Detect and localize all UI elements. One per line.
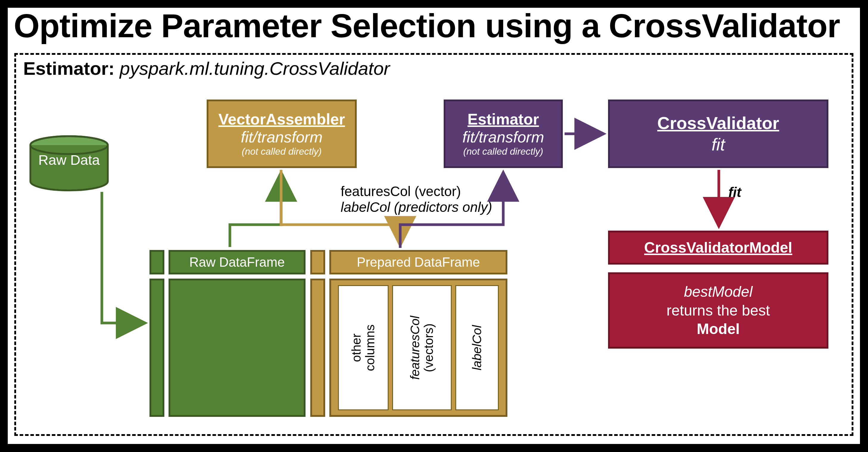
vector-assembler-note: (not called directly) (242, 146, 322, 157)
cross-validator-model-box: CrossValidatorModel (608, 231, 828, 265)
prep-col-features-label: featuresCol (vectors) (408, 316, 436, 380)
arrow-rawdata-to-rawdf (102, 192, 145, 323)
prep-col-other: other columns (338, 285, 389, 410)
raw-data-label: Raw Data (29, 152, 110, 168)
raw-data-cylinder: Raw Data (29, 135, 110, 191)
best-model-box: bestModel returns the best Model (608, 272, 828, 349)
fit-arrow-label: fit (728, 184, 741, 200)
prep-col-label: labelCol (455, 285, 499, 410)
prep-col-label-label: labelCol (470, 325, 484, 370)
estimator-title: Estimator (467, 111, 539, 128)
estimator-action: fit/transform (462, 128, 544, 146)
estimator-header: Estimator: pyspark.ml.tuning.CrossValida… (23, 58, 390, 79)
raw-dataframe: Raw DataFrame (150, 250, 306, 417)
features-label-text: featuresCol (vector) labelCol (predictor… (341, 184, 609, 215)
vector-assembler-title: VectorAssembler (219, 111, 345, 128)
raw-df-body (168, 279, 306, 417)
vector-assembler-box: VectorAssembler fit/transform (not calle… (207, 99, 357, 168)
estimator-note: (not called directly) (463, 146, 544, 157)
prep-df-side (310, 279, 325, 417)
arrow-rawdf-to-vectorassembler (230, 172, 281, 247)
best-model-line1: bestModel (684, 283, 753, 300)
features-col-line: featuresCol (vector) (341, 184, 609, 199)
label-col-line: labelCol (predictors only) (341, 199, 609, 215)
raw-df-side (150, 279, 164, 417)
prep-col-other-label: other columns (349, 325, 377, 371)
prep-col-features: featuresCol (vectors) (392, 285, 452, 410)
estimator-box: Estimator fit/transform (not called dire… (444, 99, 563, 168)
estimator-label-value: pyspark.ml.tuning.CrossValidator (120, 58, 390, 79)
diagram-title: Optimize Parameter Selection using a Cro… (14, 6, 840, 45)
best-model-line2: returns the best (666, 301, 770, 320)
prep-df-body: other columns featuresCol (vectors) labe… (329, 279, 507, 417)
estimator-container: Estimator: pyspark.ml.tuning.CrossValida… (14, 53, 854, 436)
vector-assembler-action: fit/transform (241, 128, 323, 146)
prep-df-corner (310, 250, 325, 274)
cross-validator-title: CrossValidator (657, 112, 779, 134)
diagram-frame: Optimize Parameter Selection using a Cro… (8, 8, 860, 444)
best-model-line3: Model (697, 321, 740, 337)
cross-validator-model-title: CrossValidatorModel (644, 239, 792, 256)
cross-validator-box: CrossValidator fit (608, 99, 828, 168)
prep-df-header: Prepared DataFrame (329, 250, 507, 274)
raw-df-header: Raw DataFrame (168, 250, 306, 274)
estimator-label-prefix: Estimator: (23, 58, 120, 79)
prepared-dataframe: Prepared DataFrame other columns feature… (310, 250, 510, 417)
cross-validator-action: fit (711, 134, 725, 155)
raw-df-corner (150, 250, 164, 274)
